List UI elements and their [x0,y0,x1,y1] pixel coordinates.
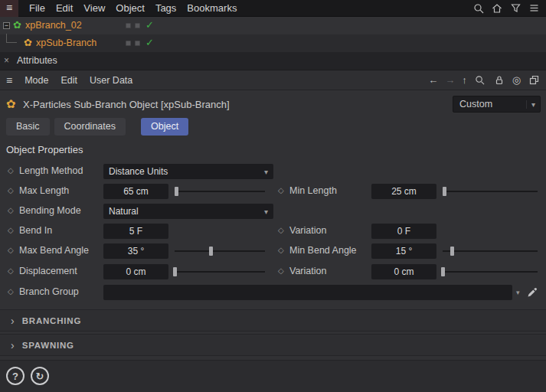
back-icon[interactable]: ← [428,74,438,87]
slider-knob[interactable] [175,187,178,196]
section-spawning[interactable]: › SPAWNING [0,334,546,356]
editor-visibility-dot[interactable] [126,41,131,46]
up-icon[interactable]: ↑ [462,74,467,87]
min-length-field[interactable]: 25 cm [371,184,436,199]
keyframe-dot-icon[interactable]: ◇ [8,287,14,296]
search-icon[interactable] [472,2,485,15]
home-icon[interactable] [491,2,503,15]
disp-variation-label: Variation [289,266,326,276]
max-length-label: Max Length [19,185,69,196]
menu-object[interactable]: Object [116,2,145,14]
section-branching[interactable]: › BRANCHING [0,309,546,332]
popout-icon[interactable] [528,74,540,87]
row-bend-angle: ◇ Max Bend Angle 35 ° ◇ Min Bend Angle 1… [0,243,546,260]
branching-section-label: BRANCHING [22,316,81,325]
filter-icon[interactable] [509,2,521,15]
menubar: ≡ File Edit View Object Tags Bookmarks [0,0,546,17]
keyframe-dot-icon[interactable]: ◇ [8,226,14,234]
attributes-panel-tab[interactable]: Attributes [17,55,57,66]
max-length-field[interactable]: 65 cm [103,184,168,199]
search-icon[interactable] [474,74,486,87]
keyframe-dot-icon[interactable]: ◇ [8,186,14,194]
slider-knob[interactable] [173,267,177,276]
menubar-icons [472,2,546,15]
max-bend-angle-field[interactable]: 35 ° [103,243,168,259]
keyframe-dot-icon[interactable]: ◇ [8,246,14,254]
menu-view[interactable]: View [83,2,105,14]
object-row-xpsubbranch[interactable]: ✿ xpSub-Branch ✓ [0,34,546,52]
forward-icon[interactable]: → [445,74,455,87]
close-icon[interactable]: × [4,55,9,66]
keyframe-dot-icon[interactable]: ◇ [8,206,14,214]
render-visibility-dot[interactable] [135,23,140,28]
chevron-down-icon: ▾ [264,168,268,176]
refresh-icon[interactable]: ↻ [31,367,49,385]
menu-edit[interactable]: Edit [56,2,73,14]
object-properties-heading: Object Properties [6,144,83,155]
tab-object[interactable]: Object [141,118,188,136]
focus-icon[interactable]: ◎ [512,74,521,87]
displacement-slider[interactable] [175,271,265,273]
mode-menu[interactable]: Mode [25,75,48,86]
max-bend-angle-slider[interactable] [175,250,265,252]
min-bend-angle-label: Min Bend Angle [289,245,357,256]
object-name[interactable]: xpBranch_02 [25,20,82,31]
branch-group-field[interactable] [103,285,512,300]
main-menu-icon[interactable]: ≡ [0,0,18,17]
slider-knob[interactable] [209,247,213,256]
bend-variation-field[interactable]: 0 F [371,224,436,239]
editor-visibility-dot[interactable] [126,23,131,28]
preset-select[interactable]: Custom ▾ [453,96,541,113]
length-method-label: Length Method [19,165,83,176]
help-icon[interactable]: ? [6,367,25,385]
edit-menu[interactable]: Edit [60,75,77,86]
min-length-slider[interactable] [443,191,538,192]
keyframe-dot-icon[interactable]: ◇ [278,266,284,275]
min-bend-angle-field[interactable]: 15 ° [371,243,436,259]
keyframe-dot-icon[interactable]: ◇ [278,246,284,254]
eyedropper-icon[interactable] [527,286,538,300]
min-bend-angle-slider[interactable] [443,250,538,252]
row-length: ◇ Max Length 65 cm ◇ Min Length 25 cm [0,183,546,200]
chevron-down-icon: ▾ [264,207,268,216]
tab-coordinates[interactable]: Coordinates [54,118,126,136]
object-row-xpbranch[interactable]: − ✿ xpBranch_02 ✓ [0,17,546,34]
tab-basic[interactable]: Basic [6,118,50,136]
keyframe-dot-icon[interactable]: ◇ [8,266,14,275]
row-branch-group: ◇ Branch Group ▾ [0,284,546,301]
list-menu-icon[interactable] [528,2,540,15]
length-method-select[interactable]: Distance Units ▾ [103,164,273,179]
lock-icon[interactable] [493,74,505,87]
xpbranch-object-icon: ✿ [13,19,21,31]
panel-menu-icon[interactable]: ≡ [6,74,12,87]
row-bending-mode: ◇ Bending Mode Natural ▾ [0,203,546,220]
bending-mode-select[interactable]: Natural ▾ [103,204,273,219]
preset-value: Custom [453,99,526,109]
slider-knob[interactable] [441,267,445,276]
disp-variation-field[interactable]: 0 cm [371,264,436,279]
displacement-label: Displacement [19,266,77,276]
user-data-menu[interactable]: User Data [90,75,132,86]
bend-in-field[interactable]: 5 F [103,224,168,239]
menu-tags[interactable]: Tags [155,2,176,14]
slider-knob[interactable] [443,187,446,196]
keyframe-dot-icon[interactable]: ◇ [8,166,14,175]
displacement-field[interactable]: 0 cm [103,264,168,279]
menu-bookmarks[interactable]: Bookmarks [187,2,237,14]
object-manager: − ✿ xpBranch_02 ✓ ✿ xpSub-Branch ✓ [0,17,546,52]
expand-toggle-icon[interactable]: − [3,22,10,29]
enabled-check-icon[interactable]: ✓ [145,37,154,48]
enabled-check-icon[interactable]: ✓ [145,19,154,31]
render-visibility-dot[interactable] [135,41,140,46]
bending-mode-value: Natural [109,206,139,217]
disp-variation-slider[interactable] [443,271,538,273]
menu-file[interactable]: File [29,2,45,14]
chevron-down-icon[interactable]: ▾ [516,289,520,296]
keyframe-dot-icon[interactable]: ◇ [278,186,284,194]
keyframe-dot-icon[interactable]: ◇ [278,226,284,234]
max-length-slider[interactable] [175,191,265,192]
slider-knob[interactable] [450,247,454,256]
bending-mode-label: Bending Mode [19,205,81,216]
mode-bar-icons: ← → ↑ ◎ [428,74,546,87]
object-name[interactable]: xpSub-Branch [36,38,96,48]
